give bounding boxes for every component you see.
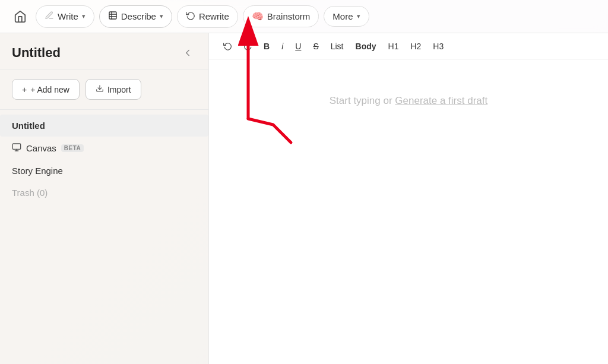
write-button[interactable]: Write ▾ — [36, 5, 94, 28]
write-icon — [45, 11, 54, 23]
main-layout: Untitled + + Add new I — [0, 33, 608, 364]
rewrite-button[interactable]: Rewrite — [177, 5, 238, 28]
h3-button[interactable]: H3 — [428, 39, 448, 53]
underline-button[interactable]: U — [290, 39, 306, 53]
redo-button[interactable] — [239, 37, 256, 55]
editor-placeholder: Start typing or Generate a first draft — [330, 95, 487, 107]
sidebar-item-trash[interactable]: Trash (0) — [0, 182, 208, 204]
strikethrough-button[interactable]: S — [308, 39, 323, 53]
import-label: Import — [107, 85, 131, 94]
undo-button[interactable] — [218, 37, 236, 55]
describe-icon — [108, 11, 118, 23]
placeholder-text: Start typing or — [330, 95, 392, 106]
add-new-label: + Add new — [30, 85, 69, 94]
svg-rect-5 — [12, 144, 20, 149]
list-button[interactable]: List — [326, 39, 349, 53]
editor-toolbar: B i U S List Body H1 H2 H3 — [209, 33, 608, 59]
brainstorm-icon: 🧠 — [252, 11, 264, 22]
sidebar-item-untitled[interactable]: Untitled — [0, 115, 208, 137]
editor-content[interactable]: Start typing or Generate a first draft — [209, 59, 608, 364]
editor-area: B i U S List Body H1 H2 H3 Start typing … — [209, 33, 608, 364]
describe-label: Describe — [121, 11, 156, 21]
sidebar-item-canvas[interactable]: Canvas BETA — [0, 137, 208, 160]
rewrite-label: Rewrite — [199, 11, 229, 21]
describe-chevron-icon: ▾ — [160, 12, 163, 20]
more-label: More — [332, 11, 353, 21]
h1-button[interactable]: H1 — [384, 39, 404, 53]
collapse-sidebar-button[interactable] — [179, 44, 197, 62]
sidebar-title: Untitled — [12, 45, 61, 61]
brainstorm-label: Brainstorm — [267, 11, 311, 21]
write-label: Write — [58, 11, 78, 21]
sidebar-item-story-engine-label: Story Engine — [12, 166, 63, 176]
beta-badge: BETA — [61, 144, 84, 152]
canvas-icon — [12, 143, 21, 154]
sidebar-item-story-engine[interactable]: Story Engine — [0, 160, 208, 182]
italic-button[interactable]: i — [277, 39, 288, 53]
add-new-button[interactable]: + + Add new — [12, 79, 80, 100]
top-nav: Write ▾ Describe ▾ Rewrite 🧠 Brainstorm … — [0, 0, 608, 33]
generate-draft-link[interactable]: Generate a first draft — [395, 95, 487, 106]
h2-button[interactable]: H2 — [406, 39, 426, 53]
describe-button[interactable]: Describe ▾ — [99, 5, 172, 28]
more-chevron-icon: ▾ — [357, 12, 360, 20]
import-button[interactable]: Import — [86, 79, 141, 100]
sidebar-nav: Untitled Canvas BETA Story Engine — [0, 110, 208, 208]
add-new-icon: + — [22, 85, 27, 94]
sidebar-item-untitled-label: Untitled — [12, 121, 45, 131]
more-button[interactable]: More ▾ — [324, 6, 369, 27]
svg-rect-0 — [109, 12, 116, 19]
rewrite-icon — [186, 11, 195, 23]
sidebar-actions: + + Add new Import — [0, 69, 208, 110]
sidebar-header: Untitled — [0, 33, 208, 69]
bold-button[interactable]: B — [259, 39, 274, 53]
sidebar-item-canvas-label: Canvas — [26, 143, 56, 153]
write-chevron-icon: ▾ — [82, 12, 86, 20]
brainstorm-button[interactable]: 🧠 Brainstorm — [243, 5, 319, 27]
sidebar-item-trash-label: Trash (0) — [12, 188, 48, 198]
body-style-button[interactable]: Body — [351, 39, 381, 53]
import-icon — [96, 84, 104, 94]
home-button[interactable] — [10, 6, 31, 27]
sidebar: Untitled + + Add new I — [0, 33, 209, 364]
